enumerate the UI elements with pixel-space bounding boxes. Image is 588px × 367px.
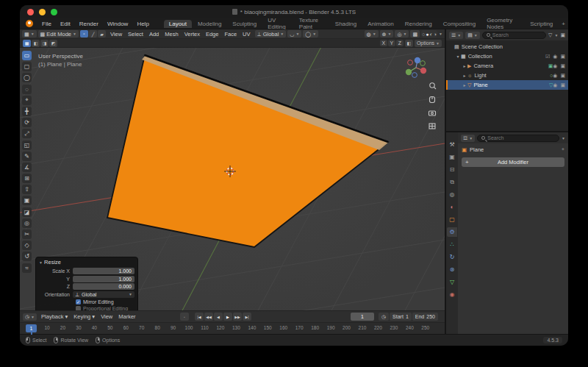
auto-keying-toggle[interactable]: ◦: [180, 313, 189, 321]
jump-to-keyframe-next-button[interactable]: ▶▶: [233, 313, 242, 321]
disclosure-closed[interactable]: ▸: [462, 82, 467, 88]
properties-tab-particles[interactable]: ∴: [447, 240, 457, 249]
show-overlays[interactable]: ◎▼: [395, 30, 409, 38]
navigation-gizmo[interactable]: [406, 57, 426, 78]
properties-tab-physics[interactable]: ↻: [447, 252, 457, 262]
timeline-menu-marker[interactable]: Marker: [115, 313, 138, 320]
tab-geometry-nodes[interactable]: Geometry Nodes: [481, 16, 524, 31]
tab-compositing[interactable]: Compositing: [438, 20, 481, 28]
jump-to-keyframe-prev-button[interactable]: ◀◀: [204, 313, 213, 321]
snap-individual-icon[interactable]: ◧: [405, 40, 413, 47]
timeline-menu-view[interactable]: View: [98, 313, 115, 320]
exclude-checkbox[interactable]: ☑: [545, 54, 550, 60]
tool-bevel[interactable]: ◪: [22, 207, 32, 217]
vertex-select-mode[interactable]: ▫: [80, 30, 88, 38]
properties-tab-modifiers[interactable]: ⚙: [447, 227, 457, 237]
shading-rendered[interactable]: ◑: [434, 32, 437, 37]
outliner-row-plane[interactable]: ▸▽Plane▽◉▣: [446, 80, 568, 90]
disclosure-closed[interactable]: ▸: [462, 73, 467, 78]
field-value-scale-x[interactable]: 1.000: [73, 268, 135, 274]
tool-add-cube[interactable]: ⊞: [22, 174, 32, 183]
menu-help[interactable]: Help: [132, 21, 153, 27]
menu-file[interactable]: File: [37, 21, 56, 27]
shading-material-preview[interactable]: ◐: [430, 32, 433, 37]
tab-sculpting[interactable]: Sculpting: [227, 20, 262, 28]
tool-option-3[interactable]: ◩: [49, 40, 57, 47]
move-view-icon[interactable]: [430, 97, 435, 103]
shading-wireframe[interactable]: ○: [422, 32, 425, 37]
tool-extrude-region[interactable]: ⇧: [22, 185, 32, 194]
viewport-menu-view[interactable]: View: [107, 31, 125, 38]
current-frame-indicator[interactable]: 1: [26, 324, 37, 332]
disable-in-renders-toggle[interactable]: ▣: [560, 54, 565, 60]
disable-in-renders-toggle[interactable]: ▣: [560, 82, 565, 88]
viewport-menu-add[interactable]: Add: [146, 31, 162, 38]
field-value-y[interactable]: 1.000: [73, 276, 135, 282]
properties-tab-material[interactable]: ◉: [447, 290, 457, 299]
tool-move[interactable]: ╋: [22, 107, 32, 116]
snapping-toggle[interactable]: ◡▼: [287, 30, 301, 38]
properties-tab-output[interactable]: ⊟: [447, 165, 457, 174]
properties-tab-tool[interactable]: ⚒: [447, 140, 457, 149]
plane-mesh[interactable]: [107, 55, 388, 247]
proportional-editing-toggle[interactable]: ◯▼: [303, 30, 318, 38]
mirror-y-toggle[interactable]: Y: [388, 40, 395, 46]
add-workspace-button[interactable]: +: [559, 20, 568, 28]
zoom-icon[interactable]: [430, 83, 436, 89]
mirror-z-toggle[interactable]: Z: [396, 40, 404, 46]
menu-edit[interactable]: Edit: [56, 21, 75, 27]
properties-tab-object-data[interactable]: ▽: [447, 277, 457, 287]
tool-poly-build[interactable]: ◇: [22, 240, 32, 250]
operator-panel-title[interactable]: ▼ Resize: [39, 259, 135, 266]
properties-editor-selector[interactable]: ☲▼: [461, 135, 475, 142]
outliner-row-light[interactable]: ▸☼Light○◉▣: [446, 71, 568, 80]
hide-in-viewport-toggle[interactable]: ◉: [553, 82, 557, 88]
toggle-xray[interactable]: ▩: [410, 30, 420, 38]
tab-rendering[interactable]: Rendering: [400, 20, 437, 28]
tab-shading[interactable]: Shading: [330, 20, 362, 28]
editor-type-selector[interactable]: ▦▼: [22, 30, 37, 38]
tool-spin[interactable]: ↺: [22, 252, 32, 261]
menu-window[interactable]: Window: [103, 21, 132, 27]
shading-solid[interactable]: ●: [426, 32, 429, 37]
field-value-z[interactable]: 0.000: [73, 283, 135, 290]
viewport-menu-face[interactable]: Face: [221, 31, 240, 38]
tab-scripting[interactable]: Scripting: [525, 20, 558, 28]
viewport-menu-mesh[interactable]: Mesh: [162, 31, 181, 38]
filter-icon[interactable]: ▽: [548, 32, 552, 38]
outliner-editor-selector[interactable]: ☰▼: [449, 32, 463, 39]
properties-tab-constraints[interactable]: ⊛: [447, 265, 457, 274]
play-button[interactable]: ▶: [223, 313, 232, 321]
current-frame-field[interactable]: 1: [351, 313, 374, 321]
hide-in-viewport-toggle[interactable]: ◉: [553, 54, 557, 60]
blender-logo-icon[interactable]: [26, 20, 33, 27]
properties-tab-view-layer[interactable]: ⧉: [447, 177, 457, 187]
edge-select-mode[interactable]: ╱: [89, 30, 97, 38]
tool-smooth[interactable]: ≈: [22, 263, 32, 273]
outliner-search-input[interactable]: [492, 32, 542, 38]
tool-loop-cut[interactable]: ◎: [22, 218, 32, 228]
outliner-row-camera[interactable]: ▸▶Camera▣◉▣: [446, 61, 568, 71]
frame-start-field[interactable]: Start1: [390, 313, 412, 321]
tool-measure[interactable]: ∡: [22, 163, 32, 172]
timeline-editor-selector[interactable]: ◷▼: [23, 313, 37, 321]
hide-in-viewport-toggle[interactable]: ◉: [553, 63, 557, 69]
play-reverse-button[interactable]: ◀: [214, 313, 223, 321]
tool-knife[interactable]: ✂: [22, 229, 32, 239]
tab-layout[interactable]: Layout: [164, 20, 192, 28]
filter-dropdown[interactable]: ▼: [554, 33, 558, 38]
frame-end-field[interactable]: End250: [412, 313, 438, 321]
timeline-ruler[interactable]: 1 10203040506070809010011012013014015016…: [20, 322, 445, 334]
checkbox-mirror-editing[interactable]: ✓Mirror Editing: [76, 299, 135, 304]
tab-animation[interactable]: Animation: [362, 20, 399, 28]
tool-option-2[interactable]: ◨: [40, 40, 49, 47]
tab-texture-paint[interactable]: Texture Paint: [294, 16, 329, 31]
properties-search-input[interactable]: [487, 135, 555, 140]
outliner-row-scene-collection[interactable]: ▤Scene Collection: [446, 42, 568, 51]
add-modifier-button[interactable]: + Add Modifier: [462, 157, 564, 167]
operator-panel[interactable]: ▼ Resize Scale X1.000Y1.000Z0.000 Orient…: [35, 257, 138, 310]
timeline-menu-keying[interactable]: Keying ▾: [71, 313, 98, 320]
transform-orientation-selector[interactable]: ⊥Global▼: [255, 30, 287, 38]
properties-tab-render[interactable]: ▣: [447, 152, 457, 162]
face-select-mode[interactable]: ▰: [98, 30, 106, 38]
